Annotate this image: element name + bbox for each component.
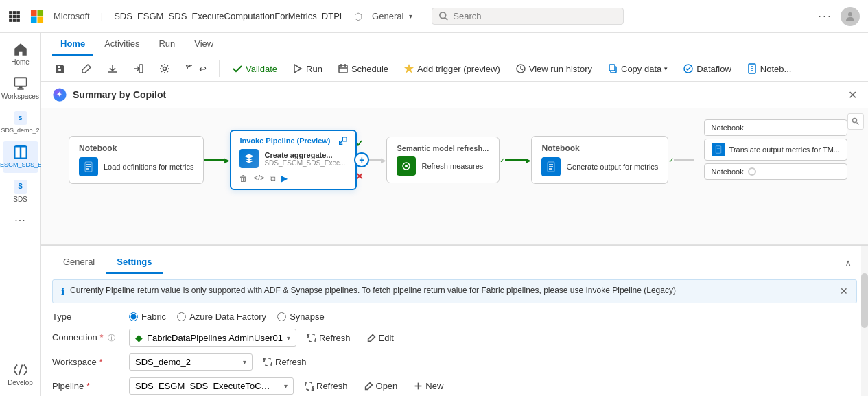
grid-icon[interactable] [8, 10, 21, 23]
canvas-area: ✦ Summary by Copilot ✕ Notebook [41, 82, 868, 245]
invoke-run-icon[interactable]: ▶ [281, 174, 288, 183]
tab-home[interactable]: Home [52, 33, 93, 56]
search-input[interactable] [453, 11, 590, 21]
canvas-search-btn[interactable] [847, 113, 864, 130]
sidebar-item-more[interactable]: ··· [3, 210, 38, 231]
right-node-translate[interactable]: Translate output metrics for TM... [704, 139, 847, 161]
breadcrumb-sep: | [101, 11, 103, 21]
info-close-btn[interactable]: ✕ [840, 286, 848, 296]
settings-panel-header: General Settings ∧ [41, 246, 868, 274]
tab-general[interactable]: General [52, 251, 106, 274]
invoke-node-icon [239, 149, 259, 168]
pipeline-node-notebook-1[interactable]: Notebook Load definitions for metrics [69, 136, 204, 184]
validate-button[interactable]: Validate [226, 60, 283, 77]
schedule-label: Schedule [351, 64, 388, 74]
right-node-notebook[interactable]: Notebook [704, 119, 847, 136]
pipeline-node-notebook-2[interactable]: Notebook Generate output for metrics [531, 136, 668, 184]
svg-line-14 [445, 17, 448, 20]
add-trigger-button[interactable]: Add trigger (preview) [398, 60, 506, 77]
dataflow-button[interactable]: Dataflow [677, 60, 737, 77]
env-chevron[interactable]: ▾ [409, 12, 412, 20]
tab-view[interactable]: View [186, 33, 222, 56]
view-run-history-button[interactable]: View run history [510, 60, 598, 77]
breadcrumb-env[interactable]: General [372, 11, 403, 21]
pipeline-refresh-btn[interactable]: Refresh [299, 378, 353, 394]
radio-fabric[interactable]: Fabric [129, 312, 166, 322]
microsoft-logo [30, 10, 44, 23]
pipeline-node-invoke[interactable]: Invoke Pipeline (Preview) Create aggrega… [230, 130, 357, 190]
invoke-success-check: ✓ [355, 138, 364, 149]
scrollbar-thumb[interactable] [861, 273, 868, 328]
run-label: Run [306, 64, 322, 74]
copilot-close-btn[interactable]: ✕ [848, 89, 857, 102]
radio-adf[interactable]: Azure Data Factory [177, 312, 266, 322]
search-bar[interactable] [432, 8, 624, 25]
svg-rect-6 [9, 19, 12, 22]
more-options-btn[interactable]: ··· [818, 9, 832, 23]
connection-select[interactable]: ◆ FabricDataPipelines AdminUser01 ▾ [129, 329, 296, 347]
connector-3: ✓ ▶ [500, 156, 531, 164]
connection-info-icon[interactable]: ⓘ [108, 334, 115, 342]
top-bar: Microsoft | SDS_ESGM_SDS_ExecuteComputat… [0, 0, 868, 33]
copy-data-chevron[interactable]: ▾ [664, 65, 668, 72]
connector-4: ✓ [668, 156, 694, 164]
sidebar-item-sds[interactable]: S SDS [3, 176, 38, 207]
invoke-delete-icon[interactable]: 🗑 [239, 174, 248, 183]
download-button[interactable] [102, 60, 124, 77]
sidebar-label-sds: SDS [13, 196, 27, 203]
undo-button[interactable]: ↩ [180, 60, 212, 77]
add-activity-btn[interactable]: + [354, 152, 369, 167]
sidebar-item-sds-demo[interactable]: S SDS_demo_2 [3, 107, 38, 139]
invoke-copy-icon[interactable]: ⧉ [270, 174, 276, 183]
pipeline-open-btn[interactable]: Open [359, 378, 403, 394]
pipeline-chevron: ▾ [284, 382, 288, 390]
settings-collapse-btn[interactable]: ∧ [839, 255, 857, 271]
pipeline-open-label: Open [376, 381, 398, 391]
dataflow-label: Dataflow [696, 64, 731, 74]
validate-label: Validate [246, 64, 277, 74]
edit-button[interactable] [75, 60, 97, 77]
radio-synapse-input[interactable] [277, 312, 286, 321]
svg-rect-2 [16, 11, 20, 14]
sidebar-item-develop[interactable]: Develop [3, 359, 38, 391]
sidebar: Home Workspaces S SDS_demo_2 SDS_ESGM_SD… [0, 33, 41, 396]
right-node-notebook2[interactable]: Notebook [704, 163, 847, 180]
pipeline-node-semantic[interactable]: Semantic model refresh... Refresh measur… [386, 137, 500, 183]
workspace-select[interactable]: SDS_demo_2 ▾ [129, 353, 253, 371]
tab-settings[interactable]: Settings [106, 251, 163, 274]
invoke-code-icon[interactable]: </> [253, 174, 264, 183]
main-content: Home Activities Run View [41, 33, 868, 396]
sidebar-item-workspaces[interactable]: Workspaces [3, 73, 38, 104]
radio-adf-input[interactable] [177, 312, 186, 321]
breadcrumb-shield: ⬡ [354, 11, 362, 22]
copy-data-button[interactable]: Copy data ▾ [602, 60, 673, 77]
radio-fabric-input[interactable] [129, 312, 138, 321]
tab-activities[interactable]: Activities [96, 33, 148, 56]
notebook-ribbon-button[interactable]: Noteb... [741, 60, 797, 77]
avatar[interactable] [841, 7, 860, 26]
view-run-history-label: View run history [529, 64, 592, 74]
radio-synapse-label: Synapse [290, 312, 325, 322]
connection-control: ◆ FabricDataPipelines AdminUser01 ▾ Refr… [129, 329, 399, 347]
connection-required: * [99, 332, 103, 342]
pipeline-name: SDS_ESGM_SDS_ExecuteComputationForMetric… [114, 11, 344, 21]
sidebar-item-home[interactable]: Home [3, 38, 38, 70]
run-button[interactable]: Run [287, 60, 328, 77]
add-trigger-label: Add trigger (preview) [417, 64, 500, 74]
connection-fabric-icon: ◆ [135, 332, 143, 343]
connection-refresh-btn[interactable]: Refresh [302, 330, 356, 346]
schedule-button[interactable]: Schedule [332, 60, 394, 77]
copy-data-label: Copy data [621, 64, 661, 74]
import-button[interactable] [128, 60, 150, 77]
gear-button[interactable] [154, 60, 176, 77]
pipeline-select[interactable]: SDS_ESGM_SDS_ExecuteToCreateAg... ▾ [129, 377, 294, 395]
svg-point-51 [853, 119, 857, 123]
radio-synapse[interactable]: Synapse [277, 312, 325, 322]
save-button[interactable] [49, 60, 71, 77]
tab-run[interactable]: Run [150, 33, 183, 56]
workspace-refresh-btn[interactable]: Refresh [258, 354, 312, 370]
sidebar-item-sds-exec[interactable]: SDS_ESGM_SDS_Exec... [3, 141, 38, 173]
connection-edit-btn[interactable]: Edit [362, 330, 399, 346]
copilot-title-text: Summary by Copilot [73, 89, 166, 100]
pipeline-new-btn[interactable]: New [408, 378, 449, 394]
